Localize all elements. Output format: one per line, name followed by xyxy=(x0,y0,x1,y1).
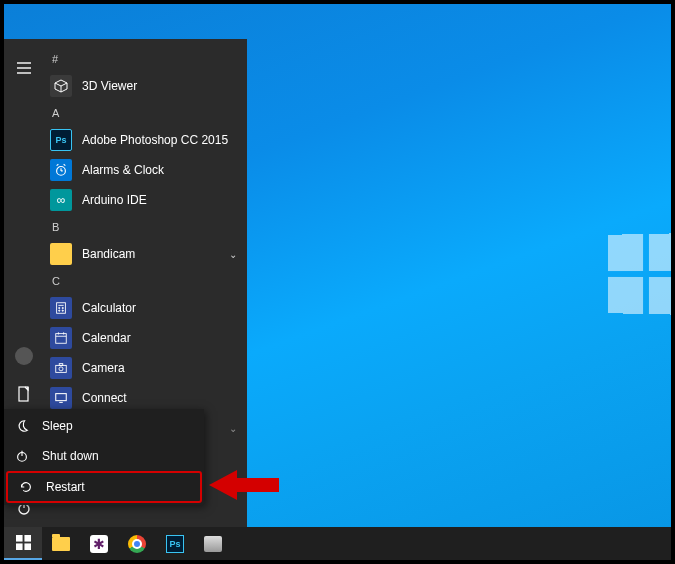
avatar-icon xyxy=(15,347,33,365)
app-label: Arduino IDE xyxy=(82,193,147,207)
chevron-down-icon: ⌄ xyxy=(229,423,237,434)
app-camera[interactable]: Camera xyxy=(44,353,247,383)
power-menu: Sleep Shut down Restart xyxy=(4,409,204,505)
arduino-icon: ∞ xyxy=(50,189,72,211)
svg-line-14 xyxy=(57,164,59,165)
app-bandicam[interactable]: Bandicam ⌄ xyxy=(44,239,247,269)
power-label: Shut down xyxy=(42,449,99,463)
connect-icon xyxy=(50,387,72,409)
svg-point-19 xyxy=(62,307,63,308)
svg-line-15 xyxy=(64,164,66,165)
svg-rect-26 xyxy=(56,365,67,372)
start-button[interactable] xyxy=(4,527,42,560)
power-icon xyxy=(14,448,30,464)
svg-point-18 xyxy=(59,307,60,308)
restart-icon xyxy=(18,479,34,495)
calendar-icon xyxy=(50,327,72,349)
group-header-a[interactable]: A xyxy=(44,101,247,125)
power-label: Restart xyxy=(46,480,85,494)
user-account-button[interactable] xyxy=(4,337,44,375)
app-label: Alarms & Clock xyxy=(82,163,164,177)
svg-rect-37 xyxy=(24,543,31,550)
app-label: 3D Viewer xyxy=(82,79,137,93)
group-header-c[interactable]: C xyxy=(44,269,247,293)
documents-button[interactable] xyxy=(4,375,44,413)
folder-icon xyxy=(50,243,72,265)
photoshop-icon: Ps xyxy=(50,129,72,151)
svg-rect-28 xyxy=(59,364,63,366)
svg-rect-29 xyxy=(56,394,67,401)
sleep-icon xyxy=(14,418,30,434)
taskbar-slack[interactable] xyxy=(80,527,118,560)
power-shutdown[interactable]: Shut down xyxy=(4,441,204,471)
power-restart[interactable]: Restart xyxy=(6,471,202,503)
taskbar-file-explorer[interactable] xyxy=(42,527,80,560)
app-photoshop[interactable]: Ps Adobe Photoshop CC 2015 xyxy=(44,125,247,155)
app-label: Calculator xyxy=(82,301,136,315)
taskbar-chrome[interactable] xyxy=(118,527,156,560)
power-sleep[interactable]: Sleep xyxy=(4,411,204,441)
app-calculator[interactable]: Calculator xyxy=(44,293,247,323)
desktop[interactable]: # 3D Viewer A Ps Adobe Photoshop CC 2015 xyxy=(4,4,671,560)
windows-logo-wallpaper xyxy=(608,233,671,315)
group-header-hash[interactable]: # xyxy=(44,47,247,71)
svg-rect-35 xyxy=(24,535,31,542)
power-label: Sleep xyxy=(42,419,73,433)
taskbar-photoshop[interactable]: Ps xyxy=(156,527,194,560)
svg-rect-34 xyxy=(16,535,23,542)
app-label: Camera xyxy=(82,361,125,375)
app-3d-viewer[interactable]: 3D Viewer xyxy=(44,71,247,101)
calculator-icon xyxy=(50,297,72,319)
folder-icon xyxy=(52,537,70,551)
camera-icon xyxy=(50,357,72,379)
app-label: Bandicam xyxy=(82,247,135,261)
app-icon xyxy=(204,536,222,552)
taskbar-app[interactable] xyxy=(194,527,232,560)
app-label: Adobe Photoshop CC 2015 xyxy=(82,133,228,147)
app-label: Calendar xyxy=(82,331,131,345)
screen-frame: # 3D Viewer A Ps Adobe Photoshop CC 2015 xyxy=(0,0,675,564)
svg-point-27 xyxy=(59,367,63,371)
svg-rect-36 xyxy=(16,543,23,550)
hamburger-button[interactable] xyxy=(4,49,44,87)
app-label: Connect xyxy=(82,391,127,405)
svg-rect-22 xyxy=(56,334,67,344)
taskbar: Ps xyxy=(4,527,671,560)
svg-point-20 xyxy=(59,310,60,311)
windows-icon xyxy=(16,535,31,550)
svg-point-21 xyxy=(62,310,63,311)
app-alarms[interactable]: Alarms & Clock xyxy=(44,155,247,185)
svg-rect-16 xyxy=(57,303,66,314)
app-arduino[interactable]: ∞ Arduino IDE xyxy=(44,185,247,215)
group-header-b[interactable]: B xyxy=(44,215,247,239)
chevron-down-icon: ⌄ xyxy=(229,249,237,260)
slack-icon xyxy=(90,535,108,553)
cube-icon xyxy=(50,75,72,97)
app-calendar[interactable]: Calendar xyxy=(44,323,247,353)
alarm-icon xyxy=(50,159,72,181)
photoshop-icon: Ps xyxy=(166,535,184,553)
chrome-icon xyxy=(128,535,146,553)
